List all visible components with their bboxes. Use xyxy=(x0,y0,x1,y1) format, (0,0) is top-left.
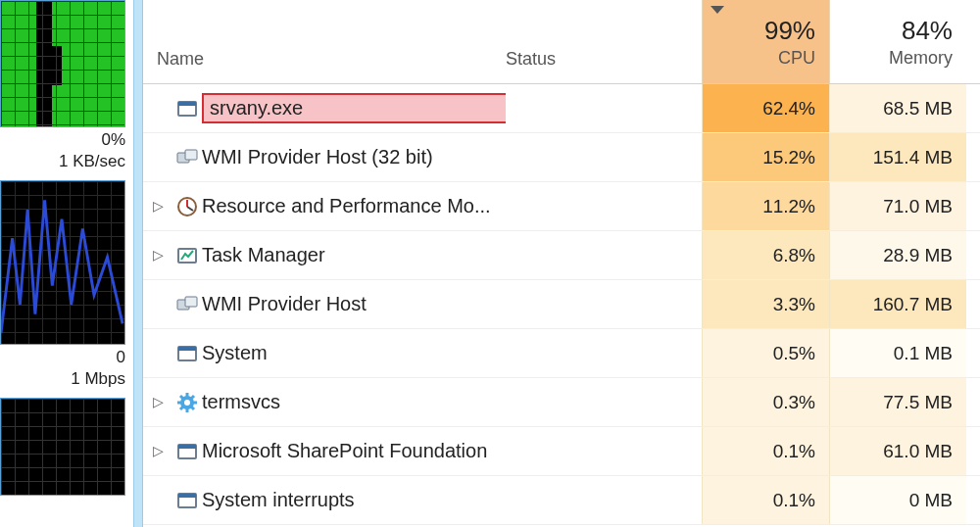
process-memory: 28.9 MB xyxy=(829,231,966,279)
process-cpu: 0.5% xyxy=(702,329,829,377)
process-cpu: 6.8% xyxy=(702,231,829,279)
expand-toggle[interactable]: ▷ xyxy=(143,395,172,410)
wmi-icon xyxy=(172,147,202,168)
column-header-name-label: Name xyxy=(157,49,204,70)
expand-toggle[interactable]: ▷ xyxy=(143,248,172,264)
process-memory: 0 MB xyxy=(829,476,966,524)
cpu-mini-value: 0% xyxy=(0,129,125,151)
vertical-divider xyxy=(133,0,143,527)
column-header-cpu[interactable]: 99% CPU xyxy=(702,0,829,83)
process-memory: 71.0 MB xyxy=(829,182,966,230)
table-row[interactable]: WMI Provider Host (32 bit)15.2%151.4 MB xyxy=(143,133,980,182)
app-icon xyxy=(172,98,202,120)
cpu-mini-chart[interactable] xyxy=(0,0,125,127)
process-memory: 77.5 MB xyxy=(829,378,966,426)
disk-mini-top: 0 xyxy=(0,347,125,368)
process-memory: 0.1 MB xyxy=(829,329,966,377)
process-cpu: 0.1% xyxy=(702,476,829,524)
process-cpu: 15.2% xyxy=(702,133,829,181)
cpu-header-label: CPU xyxy=(778,48,815,69)
process-cpu: 0.3% xyxy=(702,378,829,426)
perf-icon xyxy=(172,196,202,217)
net-mini-value: 1 KB/sec xyxy=(0,151,125,172)
disk-mini-chart[interactable] xyxy=(0,398,125,496)
highlighted-process-name: srvany.exe xyxy=(202,93,506,123)
process-cpu: 3.3% xyxy=(702,280,829,328)
chart-icon xyxy=(172,245,202,266)
table-row[interactable]: System interrupts0.1%0 MB xyxy=(143,476,980,525)
table-row[interactable]: WMI Provider Host3.3%160.7 MB xyxy=(143,280,980,329)
process-name: System xyxy=(202,342,506,364)
app-icon xyxy=(172,490,202,511)
expand-toggle xyxy=(143,346,172,361)
expand-toggle xyxy=(143,493,172,508)
cpu-total-pct: 99% xyxy=(764,16,815,46)
expand-toggle xyxy=(143,101,172,117)
gear-icon xyxy=(172,392,202,413)
column-header-memory[interactable]: 84% Memory xyxy=(829,0,966,83)
process-cpu: 11.2% xyxy=(702,182,829,230)
column-header-name[interactable]: Name xyxy=(143,0,506,83)
perf-mini-charts-sidebar: 0% 1 KB/sec 0 1 Mbps xyxy=(0,0,133,527)
process-table: Name Status 99% CPU 84% Memory srvany.ex… xyxy=(143,0,980,527)
process-memory: 160.7 MB xyxy=(829,280,966,328)
expand-toggle[interactable]: ▷ xyxy=(143,199,172,215)
app-icon xyxy=(172,343,202,364)
table-row[interactable]: ▷Microsoft SharePoint Foundation0.1%61.0… xyxy=(143,427,980,476)
table-row[interactable]: ▷termsvcs0.3%77.5 MB xyxy=(143,378,980,427)
process-memory: 61.0 MB xyxy=(829,427,966,475)
process-name: System interrupts xyxy=(202,489,506,511)
table-header-row: Name Status 99% CPU 84% Memory xyxy=(143,0,980,84)
table-row[interactable]: srvany.exe62.4%68.5 MB xyxy=(143,84,980,133)
expand-toggle xyxy=(143,297,172,312)
process-name: WMI Provider Host xyxy=(202,293,506,315)
disk-mini-value: 1 Mbps xyxy=(0,368,125,390)
process-name: WMI Provider Host (32 bit) xyxy=(202,146,506,168)
expand-toggle xyxy=(143,150,172,166)
memory-total-pct: 84% xyxy=(902,16,953,46)
sort-descending-icon xyxy=(710,6,724,14)
process-memory: 68.5 MB xyxy=(829,84,966,132)
network-mini-chart[interactable] xyxy=(0,180,125,345)
wmi-icon xyxy=(172,294,202,315)
memory-header-label: Memory xyxy=(889,48,953,69)
column-header-status-label: Status xyxy=(506,49,556,70)
process-memory: 151.4 MB xyxy=(829,133,966,181)
process-cpu: 0.1% xyxy=(702,427,829,475)
process-name: termsvcs xyxy=(202,391,506,413)
process-name: Microsoft SharePoint Foundation xyxy=(202,440,506,462)
process-cpu: 62.4% xyxy=(702,84,829,132)
expand-toggle[interactable]: ▷ xyxy=(143,444,172,459)
process-name: Resource and Performance Mo... xyxy=(202,195,506,217)
app-icon xyxy=(172,441,202,462)
column-header-status[interactable]: Status xyxy=(506,0,702,83)
process-rows: srvany.exe62.4%68.5 MBWMI Provider Host … xyxy=(143,84,980,527)
table-row[interactable]: ▷Task Manager6.8%28.9 MB xyxy=(143,231,980,280)
table-row[interactable]: System0.5%0.1 MB xyxy=(143,329,980,378)
process-name: Task Manager xyxy=(202,244,506,266)
process-name: srvany.exe xyxy=(202,93,506,123)
table-row[interactable]: ▷Resource and Performance Mo...11.2%71.0… xyxy=(143,182,980,231)
